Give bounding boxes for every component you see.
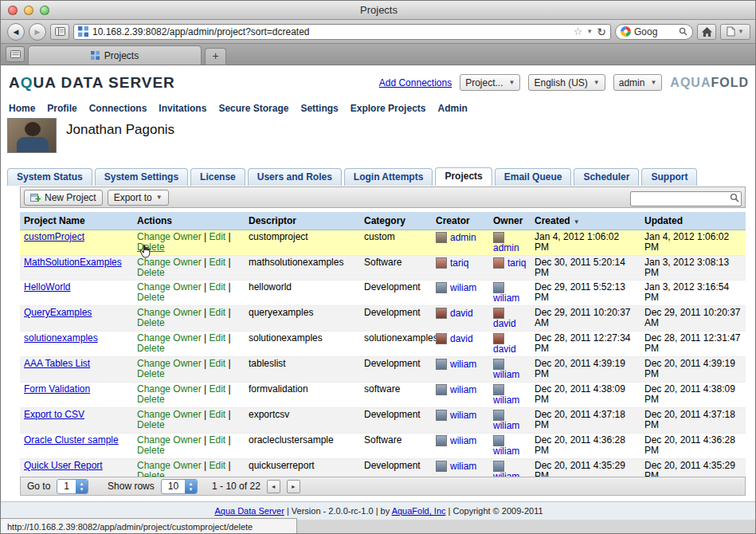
col-updated[interactable]: Updated: [640, 212, 746, 230]
tab-overview-button[interactable]: [6, 46, 25, 62]
tab-projects[interactable]: Projects: [435, 167, 492, 186]
creator-link[interactable]: david: [450, 333, 473, 344]
url-bar[interactable]: 10.168.2.39:8082/app/admin/project?sort=…: [73, 24, 611, 40]
creator-link[interactable]: wiliam: [450, 359, 476, 370]
tab-email-queue[interactable]: Email Queue: [495, 168, 572, 186]
new-project-button[interactable]: New Project: [24, 190, 103, 206]
edit-link[interactable]: Edit: [210, 281, 226, 293]
project-link[interactable]: MathSolutionExamples: [24, 257, 122, 268]
bookmarks-sidebar-button[interactable]: [50, 24, 69, 40]
edit-link[interactable]: Edit: [210, 307, 226, 318]
delete-link[interactable]: Delete: [137, 267, 165, 278]
edit-link[interactable]: Edit: [210, 383, 226, 395]
delete-link[interactable]: Delete: [137, 292, 165, 303]
owner-link[interactable]: wiliam: [493, 395, 519, 406]
change-owner-link[interactable]: Change Owner: [137, 409, 202, 420]
owner-link[interactable]: tariq: [507, 257, 526, 269]
edit-link[interactable]: Edit: [210, 358, 226, 369]
prev-page-button[interactable]: ◂: [267, 480, 280, 493]
zoom-window-button[interactable]: [40, 6, 49, 15]
next-page-button[interactable]: ▸: [287, 480, 300, 493]
owner-link[interactable]: wiliam: [493, 369, 519, 380]
edit-link[interactable]: Edit: [210, 409, 226, 420]
reload-icon[interactable]: ↻: [597, 26, 606, 37]
tab-system-status[interactable]: System Status: [7, 168, 92, 186]
delete-link[interactable]: Delete: [137, 343, 165, 354]
minimize-window-button[interactable]: [24, 6, 33, 15]
creator-link[interactable]: wiliam: [450, 410, 476, 421]
creator-link[interactable]: david: [450, 308, 473, 319]
project-link[interactable]: Oracle Cluster sample: [24, 434, 119, 446]
goto-page-select[interactable]: 1 ▲▼: [57, 479, 88, 494]
back-button[interactable]: ◀: [7, 23, 25, 41]
web-search-text[interactable]: Goog: [634, 26, 676, 37]
change-owner-link[interactable]: Change Owner: [137, 460, 202, 471]
tab-login-attempts[interactable]: Login Attempts: [344, 168, 433, 186]
change-owner-link[interactable]: Change Owner: [137, 257, 202, 268]
edit-link[interactable]: Edit: [210, 231, 226, 242]
delete-link[interactable]: Delete: [137, 368, 165, 379]
show-rows-select[interactable]: 10 ▲▼: [161, 479, 198, 494]
change-owner-link[interactable]: Change Owner: [137, 231, 202, 242]
tab-scheduler[interactable]: Scheduler: [574, 168, 639, 186]
col-project-name[interactable]: Project Name: [20, 212, 133, 230]
new-tab-button[interactable]: +: [205, 48, 226, 65]
browser-tab-projects[interactable]: Projects: [28, 45, 202, 65]
page-tools-button[interactable]: ▼: [720, 24, 750, 40]
footer-company-link[interactable]: AquaFold, Inc: [392, 506, 446, 516]
edit-link[interactable]: Edit: [210, 460, 226, 471]
footer-app-link[interactable]: Aqua Data Server: [214, 506, 284, 516]
add-connections-link[interactable]: Add Connections: [379, 77, 452, 88]
edit-link[interactable]: Edit: [210, 257, 226, 268]
change-owner-link[interactable]: Change Owner: [137, 434, 202, 446]
forward-button[interactable]: ▶: [29, 23, 46, 41]
creator-link[interactable]: tariq: [450, 257, 468, 269]
url-text[interactable]: 10.168.2.39:8082/app/admin/project?sort=…: [92, 26, 570, 37]
nav-item-connections[interactable]: Connections: [89, 103, 147, 114]
project-link[interactable]: Export to CSV: [24, 409, 84, 420]
delete-link[interactable]: Delete: [137, 241, 165, 253]
owner-link[interactable]: wiliam: [493, 293, 519, 304]
nav-item-secure-storage[interactable]: Secure Storage: [218, 103, 288, 114]
col-owner[interactable]: Owner: [489, 212, 531, 230]
tab-support[interactable]: Support: [641, 168, 697, 186]
language-select[interactable]: English (US)▼: [528, 74, 605, 91]
export-to-button[interactable]: Export to ▼: [108, 190, 169, 206]
owner-link[interactable]: david: [493, 318, 516, 329]
change-owner-link[interactable]: Change Owner: [137, 332, 202, 344]
change-owner-link[interactable]: Change Owner: [137, 358, 202, 369]
owner-link[interactable]: wiliam: [493, 420, 519, 431]
nav-item-admin[interactable]: Admin: [437, 103, 467, 114]
bookmark-star-icon[interactable]: ☆: [574, 26, 583, 37]
col-category[interactable]: Category: [360, 212, 432, 230]
owner-link[interactable]: david: [493, 344, 516, 355]
project-link[interactable]: Form Validation: [24, 383, 90, 395]
search-input[interactable]: [630, 191, 742, 206]
edit-link[interactable]: Edit: [210, 434, 226, 446]
web-search-box[interactable]: Goog: [615, 24, 693, 40]
nav-item-home[interactable]: Home: [9, 103, 35, 114]
creator-link[interactable]: wiliam: [450, 384, 476, 395]
close-window-button[interactable]: [8, 6, 18, 15]
owner-link[interactable]: wiliam: [493, 446, 519, 457]
tab-system-settings[interactable]: System Settings: [95, 168, 188, 186]
project-select[interactable]: Project...▼: [460, 74, 520, 91]
creator-link[interactable]: wiliam: [450, 282, 476, 293]
delete-link[interactable]: Delete: [137, 394, 165, 405]
project-link[interactable]: QueryExamples: [24, 307, 92, 318]
nav-item-settings[interactable]: Settings: [300, 103, 338, 114]
col-actions[interactable]: Actions: [133, 212, 245, 230]
project-link[interactable]: solutionexamples: [24, 332, 98, 344]
col-creator[interactable]: Creator: [432, 212, 489, 230]
col-created[interactable]: Created▼: [531, 212, 640, 230]
creator-link[interactable]: admin: [450, 232, 476, 243]
nav-item-invitations[interactable]: Invitations: [159, 103, 206, 114]
creator-link[interactable]: wiliam: [450, 435, 476, 446]
project-link[interactable]: customProject: [24, 231, 84, 242]
nav-item-profile[interactable]: Profile: [47, 103, 76, 114]
delete-link[interactable]: Delete: [137, 419, 165, 430]
bookmark-dropdown-icon[interactable]: ▼: [586, 29, 593, 35]
owner-link[interactable]: admin: [493, 242, 519, 253]
change-owner-link[interactable]: Change Owner: [137, 281, 202, 293]
project-link[interactable]: HelloWorld: [24, 281, 70, 293]
